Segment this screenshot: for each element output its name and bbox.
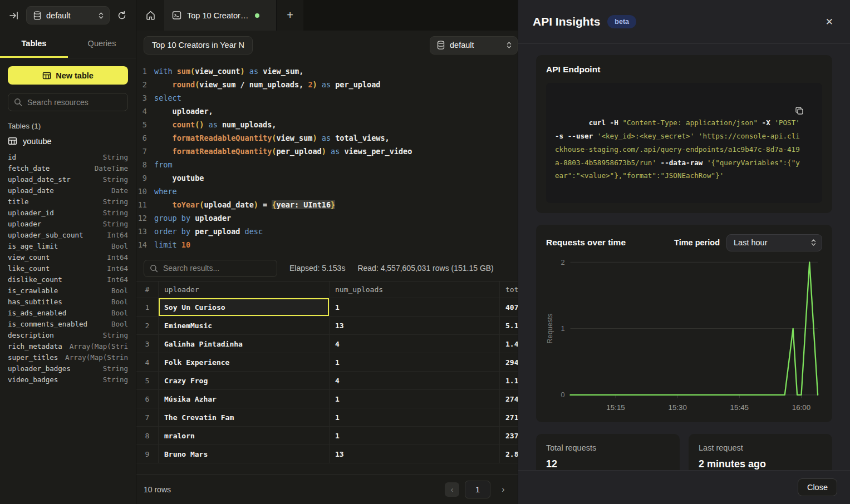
- sidebar-topbar: default: [0, 0, 136, 31]
- query-title-button[interactable]: Top 10 Creators in Year N: [144, 36, 253, 55]
- refresh-button[interactable]: [115, 8, 129, 23]
- column-row[interactable]: uploader_badgesString: [8, 363, 128, 374]
- column-row[interactable]: uploader_idString: [8, 207, 128, 219]
- table-cell[interactable]: Crazy Frog: [159, 372, 330, 389]
- table-cell[interactable]: 1: [330, 298, 500, 316]
- table-cell[interactable]: 4: [330, 335, 500, 353]
- prev-page-button[interactable]: ‹: [445, 482, 459, 497]
- column-header-uploader[interactable]: uploader: [159, 281, 330, 298]
- resource-search[interactable]: [8, 93, 128, 111]
- column-row[interactable]: video_badgesString: [8, 374, 128, 386]
- code-token: formatReadableQuantity: [173, 147, 272, 156]
- column-row[interactable]: uploader_sub_countInt64: [8, 230, 128, 241]
- new-table-button[interactable]: New table: [8, 66, 128, 85]
- line-number: 7: [136, 145, 154, 158]
- table-cell[interactable]: Galinha Pintadinha: [159, 335, 330, 353]
- column-row[interactable]: dislike_countInt64: [8, 274, 128, 285]
- column-type: Int64: [107, 252, 128, 263]
- column-row[interactable]: uploaderString: [8, 219, 128, 230]
- column-name: dislike_count: [8, 274, 62, 285]
- table-cell[interactable]: 1: [330, 408, 500, 426]
- column-row[interactable]: titleString: [8, 196, 128, 207]
- tab-queries[interactable]: Queries: [68, 31, 136, 58]
- table-cell[interactable]: mralorn: [159, 427, 330, 444]
- close-button[interactable]: Close: [798, 478, 837, 496]
- column-type: Bool: [111, 319, 128, 330]
- column-row[interactable]: idString: [8, 152, 128, 163]
- table-cell[interactable]: Soy Un Curioso: [159, 298, 330, 316]
- current-page[interactable]: 1: [465, 481, 490, 498]
- line-number: 11: [136, 198, 154, 211]
- panel-header: API Insights beta ✕: [518, 0, 850, 44]
- tab-tables[interactable]: Tables: [0, 31, 68, 58]
- column-header-total_views[interactable]: total_views: [500, 281, 518, 298]
- results-search[interactable]: [144, 260, 277, 277]
- table-cell[interactable]: 1.4: [500, 335, 518, 353]
- column-row[interactable]: rich_metadataArray(Map(Stri: [8, 341, 128, 352]
- column-header-num[interactable]: #: [136, 281, 159, 298]
- next-page-button[interactable]: ›: [496, 482, 510, 497]
- table-cell[interactable]: 4: [330, 372, 500, 389]
- new-tab-button[interactable]: +: [277, 0, 303, 31]
- new-table-label: New table: [56, 71, 94, 80]
- table-cell[interactable]: 237: [500, 427, 518, 444]
- line-number: 13: [136, 225, 154, 238]
- code-token: [154, 134, 173, 142]
- table-cell[interactable]: The Crevatin Fam: [159, 408, 330, 426]
- close-icon[interactable]: ✕: [826, 16, 833, 28]
- code-token: [154, 120, 173, 129]
- column-header-num_uploads[interactable]: num_uploads: [330, 281, 500, 298]
- table-cell[interactable]: 1: [330, 427, 500, 444]
- table-cell[interactable]: 5.1: [500, 317, 518, 334]
- table-cell[interactable]: 1: [330, 390, 500, 408]
- sidebar-item-youtube-table[interactable]: youtube: [8, 136, 128, 146]
- table-cell[interactable]: 271: [500, 408, 518, 426]
- column-row[interactable]: has_subtitlesBool: [8, 297, 128, 308]
- tables-section-label: Tables (1): [8, 122, 128, 130]
- results-search-input[interactable]: [163, 264, 271, 273]
- table-cell[interactable]: 407: [500, 298, 518, 316]
- column-row[interactable]: like_countInt64: [8, 263, 128, 274]
- column-row[interactable]: view_countInt64: [8, 252, 128, 263]
- chevron-updown-icon: [507, 41, 512, 49]
- table-cell[interactable]: 13: [330, 317, 500, 334]
- database-selector[interactable]: default: [26, 6, 110, 24]
- table-cell[interactable]: 294: [500, 353, 518, 371]
- copy-icon[interactable]: [795, 90, 815, 132]
- resource-search-input[interactable]: [27, 98, 122, 107]
- table-cell[interactable]: Bruno Mars: [159, 445, 330, 463]
- code-token: [173, 67, 177, 76]
- total-requests-label: Total requests: [546, 443, 670, 452]
- column-row[interactable]: is_comments_enabledBool: [8, 319, 128, 330]
- home-button[interactable]: [136, 0, 164, 31]
- table-cell[interactable]: 1: [330, 353, 500, 371]
- column-row[interactable]: super_titlesArray(Map(Strin: [8, 352, 128, 363]
- column-row[interactable]: upload_dateDate: [8, 185, 128, 196]
- table-cell[interactable]: 2.8: [500, 445, 518, 463]
- sql-editor[interactable]: 1with sum(view_count) as view_sum,2 roun…: [136, 60, 518, 255]
- table-cell[interactable]: Músika Azhar: [159, 390, 330, 408]
- sql-code: order by per_upload desc: [154, 225, 263, 238]
- collapse-sidebar-button[interactable]: [7, 8, 21, 23]
- last-request-card: Last request 2 minutes ago: [689, 434, 832, 470]
- code-token: [563, 132, 568, 140]
- table-cell[interactable]: 274: [500, 390, 518, 408]
- editor-database-selector[interactable]: default: [430, 36, 518, 55]
- code-token: [154, 147, 173, 156]
- query-tab-active[interactable]: Top 10 Creator…: [164, 0, 277, 31]
- column-type: Array(Map(Strin: [65, 352, 128, 363]
- table-cell[interactable]: 1.1: [500, 372, 518, 389]
- table-cell[interactable]: EminemMusic: [159, 317, 330, 334]
- column-row[interactable]: fetch_dateDateTime: [8, 163, 128, 174]
- table-cell[interactable]: 13: [330, 445, 500, 463]
- line-number: 6: [136, 131, 154, 145]
- column-row[interactable]: is_age_limitBool: [8, 241, 128, 252]
- sql-code: formatReadableQuantity(per_upload) as vi…: [154, 145, 412, 158]
- column-row[interactable]: is_crawlableBool: [8, 285, 128, 297]
- column-row[interactable]: upload_date_strString: [8, 174, 128, 185]
- column-row[interactable]: is_ads_enabledBool: [8, 308, 128, 319]
- table-cell[interactable]: Folk Experience: [159, 353, 330, 371]
- svg-text:2: 2: [561, 258, 564, 266]
- time-period-select[interactable]: Last hour: [726, 234, 822, 251]
- column-row[interactable]: descriptionString: [8, 330, 128, 341]
